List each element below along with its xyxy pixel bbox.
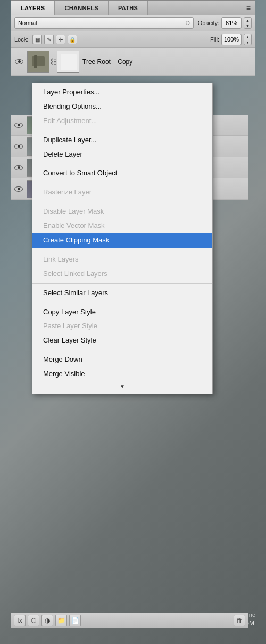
visibility-eye-5 <box>14 186 23 192</box>
eye-icon-3[interactable] <box>14 142 23 151</box>
lock-image-button[interactable]: ✎ <box>44 35 54 44</box>
menu-separator-8 <box>32 350 212 350</box>
opacity-up-arrow[interactable]: ▲ <box>244 18 251 23</box>
opacity-group: Opacity: 61% ▲ ▼ <box>198 17 252 29</box>
menu-item-merge-down[interactable]: Merge Down <box>32 353 212 367</box>
delete-layer-button[interactable]: 🗑 <box>234 615 245 626</box>
menu-separator-5 <box>32 250 212 250</box>
menu-separator-6 <box>32 283 212 284</box>
fill-stepper[interactable]: ▲ ▼ <box>244 34 252 45</box>
layers-panel: LAYERS CHANNELS PATHS ≡ Normal ⬡ Opacity… <box>11 0 255 76</box>
context-menu: Layer Properties... Blending Options... … <box>32 83 213 394</box>
menu-separator-7 <box>32 303 212 303</box>
menu-item-rasterize-layer: Rasterize Layer <box>32 185 212 200</box>
panel-body: Normal ⬡ Opacity: 61% ▲ ▼ Lock: ▦ <box>11 15 255 76</box>
new-layer-button[interactable]: 📄 <box>69 615 81 626</box>
blend-mode-arrows: ⬡ <box>186 20 190 26</box>
menu-item-create-clipping-mask[interactable]: Create Clipping Mask <box>32 233 212 248</box>
opacity-label: Opacity: <box>198 20 219 26</box>
layer-row-main[interactable]: ⛓ Tree Root – Copy <box>11 48 255 76</box>
eye-icon-5[interactable] <box>14 184 23 194</box>
menu-item-layer-properties[interactable]: Layer Properties... <box>32 85 212 100</box>
menu-item-edit-adjustment: Edit Adjustment... <box>32 114 212 128</box>
opacity-stepper[interactable]: ▲ ▼ <box>244 17 252 29</box>
visibility-eye-2 <box>14 123 23 128</box>
fill-input[interactable]: 100% <box>221 34 242 45</box>
menu-item-delete-layer[interactable]: Delete Layer <box>32 148 212 162</box>
menu-separator-1 <box>32 131 212 131</box>
new-group-button[interactable]: 📁 <box>55 615 67 626</box>
opacity-down-arrow[interactable]: ▼ <box>244 23 251 28</box>
mask-preview <box>57 51 79 73</box>
menu-item-disable-layer-mask: Disable Layer Mask <box>32 205 212 219</box>
layer-name: Tree Root – Copy <box>82 58 252 66</box>
bottom-bar-wrapper: fx ⬡ ◑ 📁 📄 🗑 <box>11 613 248 628</box>
menu-separator-4 <box>32 202 212 202</box>
fx-button[interactable]: fx <box>14 615 26 626</box>
layer-thumbnail <box>27 51 49 73</box>
lock-position-button[interactable]: ✛ <box>56 35 65 44</box>
layer-link-chain: ⛓ <box>51 51 56 73</box>
svg-rect-4 <box>61 54 77 70</box>
tab-paths[interactable]: PATHS <box>109 1 148 15</box>
visibility-eye-3 <box>14 144 23 149</box>
menu-item-duplicate-layer[interactable]: Duplicate Layer... <box>32 133 212 148</box>
lock-label: Lock: <box>14 36 28 43</box>
menu-item-convert-smart-object[interactable]: Convert to Smart Object <box>32 166 212 181</box>
eye-icon-4[interactable] <box>14 163 23 173</box>
svg-rect-1 <box>32 56 45 66</box>
thumbnail-preview <box>28 51 49 73</box>
menu-separator-3 <box>32 183 212 183</box>
layer-thumbnail-group: ⛓ <box>27 51 79 73</box>
menu-item-paste-layer-style: Paste Layer Style <box>32 319 212 333</box>
opacity-input[interactable]: 61% <box>221 17 242 29</box>
menu-item-merge-visible[interactable]: Merge Visible <box>32 367 212 381</box>
menu-item-select-linked-layers: Select Linked Layers <box>32 267 212 281</box>
blend-mode-select[interactable]: Normal ⬡ <box>14 17 194 29</box>
blend-mode-row: Normal ⬡ Opacity: 61% ▲ ▼ <box>11 15 255 31</box>
menu-item-select-similar-layers[interactable]: Select Similar Layers <box>32 286 212 300</box>
menu-item-enable-vector-mask: Enable Vector Mask <box>32 219 212 233</box>
eye-icon[interactable] <box>14 57 24 67</box>
menu-item-link-layers: Link Layers <box>32 252 212 267</box>
menu-item-copy-layer-style[interactable]: Copy Layer Style <box>32 305 212 320</box>
new-adjustment-button[interactable]: ◑ <box>41 615 53 626</box>
menu-item-clear-layer-style[interactable]: Clear Layer Style <box>32 333 212 348</box>
menu-item-blending-options[interactable]: Blending Options... <box>32 100 212 114</box>
fill-label: Fill: <box>210 36 219 43</box>
menu-scroll-arrow[interactable]: ▼ <box>32 381 212 392</box>
svg-rect-2 <box>34 55 37 68</box>
eye-icon-2[interactable] <box>14 120 23 130</box>
fill-down-arrow[interactable]: ▼ <box>244 39 251 45</box>
tab-layers[interactable]: LAYERS <box>11 1 55 15</box>
visibility-eye-4 <box>14 165 23 170</box>
fill-up-arrow[interactable]: ▲ <box>244 34 251 39</box>
lock-transparent-button[interactable]: ▦ <box>32 35 42 44</box>
layer-mask-thumbnail <box>57 51 79 73</box>
tab-bar: LAYERS CHANNELS PATHS ≡ <box>11 0 255 15</box>
lock-icons-group: ▦ ✎ ✛ 🔒 <box>32 35 77 44</box>
bottom-bar: fx ⬡ ◑ 📁 📄 🗑 <box>11 613 248 628</box>
menu-separator-2 <box>32 164 212 164</box>
add-mask-button[interactable]: ⬡ <box>28 615 39 626</box>
visibility-eye <box>15 59 23 64</box>
lock-row: Lock: ▦ ✎ ✛ 🔒 Fill: 100% <box>11 31 255 48</box>
lock-all-button[interactable]: 🔒 <box>68 35 77 44</box>
fill-group: Fill: 100% ▲ ▼ <box>210 34 252 45</box>
tab-channels[interactable]: CHANNELS <box>55 1 109 15</box>
panel-menu-button[interactable]: ≡ <box>242 1 255 15</box>
